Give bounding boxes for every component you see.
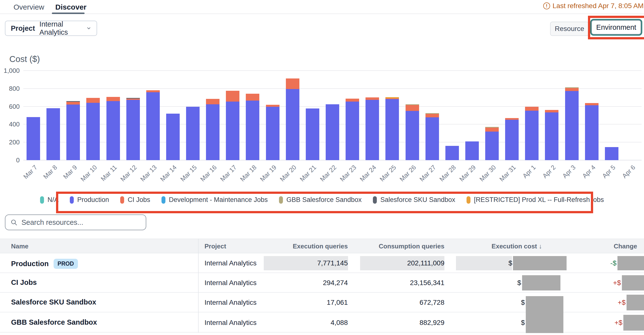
legend-swatch <box>373 196 377 204</box>
y-tick-label: 0 <box>0 156 20 164</box>
bar-mar-24 <box>366 97 379 160</box>
legend-swatch <box>466 196 470 204</box>
bar-segment-ci-jobs <box>525 107 538 111</box>
execution-cost-prefix: $ <box>508 259 512 267</box>
bar-segment-ci-jobs <box>226 91 240 102</box>
legend-item-development-maintenance-jobs[interactable]: Development - Maintenance Jobs <box>162 196 268 204</box>
bar-mar-14 <box>166 114 180 160</box>
bar-apr-5 <box>605 147 618 160</box>
y-tick-label: 400 <box>0 121 20 128</box>
legend-label: Development - Maintenance Jobs <box>169 196 268 204</box>
consumption-queries-cell: 202,111,009 <box>407 259 444 267</box>
last-refreshed-text: Last refreshed Apr 7, 8:05 AM PDT <box>552 2 644 10</box>
change-prefix: +$ <box>618 298 626 306</box>
bar-mar-22 <box>326 104 339 160</box>
bar-segment-production <box>206 104 220 160</box>
bar-segment-production <box>126 100 140 160</box>
bar-segment-ci-jobs <box>266 105 280 107</box>
legend-item-production[interactable]: Production <box>70 196 109 204</box>
bar-segment-production <box>485 132 499 160</box>
bar-mar-10 <box>86 98 100 160</box>
resource-name: CI Jobs <box>11 278 37 286</box>
legend-item-n-a[interactable]: N/A <box>40 196 58 204</box>
table-header: Name Project Execution queries Consumpti… <box>0 239 644 253</box>
change-prefix: -$ <box>610 259 616 267</box>
legend-label: GBB Salesforce Sandbox <box>286 196 362 204</box>
bar-segment-production <box>565 91 578 160</box>
bar-segment-production <box>465 141 479 160</box>
change-prefix: +$ <box>613 279 621 287</box>
table-row-ci-jobs[interactable]: CI JobsInternal Analytics294,27423,156,3… <box>0 273 644 293</box>
execution-cost-redaction <box>522 275 560 290</box>
execution-cost-redaction <box>513 256 566 270</box>
execution-queries-cell: 294,274 <box>323 279 348 287</box>
project-cell: Internal Analytics <box>204 319 256 327</box>
bar-mar-11 <box>106 97 120 160</box>
table-row-salesforce-sku-sandbox[interactable]: Salesforce SKU SandboxInternal Analytics… <box>0 293 644 312</box>
tab-discover[interactable]: Discover <box>55 3 86 11</box>
bar-segment-ci-jobs <box>286 79 300 89</box>
column-header-execution-cost[interactable]: Execution cost ↓ <box>492 242 542 250</box>
legend-label: CI Jobs <box>128 196 150 204</box>
bar-mar-15 <box>186 107 200 160</box>
execution-cost-prefix: $ <box>521 298 525 306</box>
change-redaction <box>623 315 644 330</box>
bar-segment-production <box>406 111 419 160</box>
bar-mar-12 <box>126 98 140 160</box>
bar-mar-19 <box>266 105 280 160</box>
change-prefix: +$ <box>614 319 622 327</box>
bar-segment-ci-jobs <box>366 97 379 100</box>
bar-segment-ci-jobs <box>246 94 259 101</box>
cell-highlight <box>456 256 512 270</box>
bar-mar-23 <box>346 99 359 160</box>
legend-item-ci-jobs[interactable]: CI Jobs <box>120 196 150 204</box>
bar-segment-ci-jobs <box>346 99 359 102</box>
tab-overview[interactable]: Overview <box>14 3 44 11</box>
column-header-change[interactable]: Change <box>614 242 637 250</box>
resource-name-cell[interactable]: GBB Salesforce Sandbox <box>11 318 97 326</box>
resource-name-cell[interactable]: ProductionPROD <box>11 259 78 269</box>
bar-segment-production <box>226 102 240 160</box>
legend-item-salesforce-sku-sandbox[interactable]: Salesforce SKU Sandbox <box>373 196 455 204</box>
table-row-production[interactable]: ProductionPRODInternal Analytics7,771,14… <box>0 253 644 273</box>
bar-segment-production <box>146 92 160 160</box>
legend-swatch <box>70 196 74 204</box>
bar-segment-production <box>326 104 339 160</box>
bar-mar-28 <box>446 146 459 160</box>
bar-segment-production <box>246 101 259 160</box>
bar-segment-production <box>266 107 280 160</box>
group-by-resource-button[interactable]: Resource <box>550 22 589 36</box>
project-filter-dropdown[interactable]: Project Internal Analytics <box>5 21 97 36</box>
bar-segment-production <box>306 109 319 160</box>
column-header-consumption-queries[interactable]: Consumption queries <box>379 242 444 250</box>
project-cell: Internal Analytics <box>204 279 256 287</box>
change-redaction <box>618 256 644 270</box>
bar-mar-31 <box>505 118 519 160</box>
y-tick-label: 600 <box>0 103 20 110</box>
legend-item-gbb-salesforce-sandbox[interactable]: GBB Salesforce Sandbox <box>279 196 362 204</box>
bar-apr-4 <box>585 103 598 160</box>
column-header-name[interactable]: Name <box>11 242 28 250</box>
bar-segment-production <box>426 117 439 160</box>
column-header-project[interactable]: Project <box>204 242 226 250</box>
bar-mar-21 <box>306 109 319 160</box>
column-header-execution-queries[interactable]: Execution queries <box>293 242 348 250</box>
environment-badge: PROD <box>54 259 78 269</box>
consumption-queries-cell: 882,929 <box>420 319 444 327</box>
group-by-environment-button[interactable]: Environment <box>592 20 641 35</box>
bar-segment-production <box>545 112 558 160</box>
project-cell: Internal Analytics <box>204 259 256 267</box>
bar-segment-ci-jobs <box>106 97 120 101</box>
bar-segment-production <box>86 103 100 160</box>
active-tab-indicator <box>52 13 84 14</box>
bar-segment-production <box>446 146 459 160</box>
legend-item--restricted-prod-xl-full-refresh-jobs[interactable]: [RESTRICTED] Prod XL -- Full-Refresh job… <box>466 196 604 204</box>
resource-name-cell[interactable]: CI Jobs <box>11 278 37 286</box>
bar-segment-ci-jobs <box>505 118 519 120</box>
resource-name-cell[interactable]: Salesforce SKU Sandbox <box>11 298 96 306</box>
search-input[interactable] <box>22 218 141 226</box>
bar-apr-2 <box>545 110 558 160</box>
cost-bar-chart <box>23 71 642 160</box>
y-tick-label: 800 <box>0 85 20 93</box>
consumption-queries-cell: 23,156,341 <box>410 279 444 287</box>
